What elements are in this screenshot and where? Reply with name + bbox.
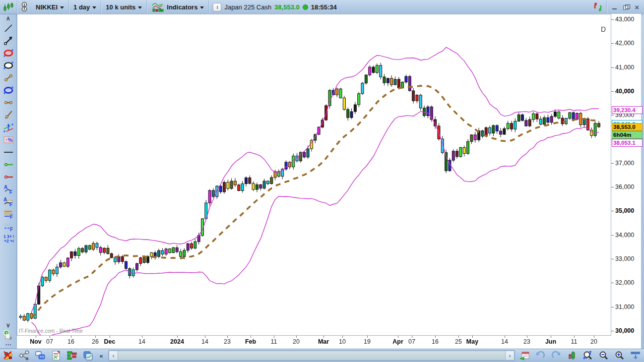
date-tick-label: 23	[224, 338, 231, 345]
date-tick-label: Jun	[545, 338, 556, 345]
forecast-blue-icon[interactable]: AF	[1, 183, 16, 195]
zoom-range-icon[interactable]	[581, 350, 594, 362]
bottom-toolbar: «‹›	[0, 349, 644, 362]
minimize-button[interactable]	[612, 4, 618, 10]
date-tickmark	[458, 336, 459, 338]
time-axis[interactable]: Nov071626Dec1420241423Feb1120Mar1019Apr0…	[17, 336, 611, 349]
price-tick-label: 33,000	[615, 255, 634, 262]
svg-text:F: F	[9, 202, 12, 207]
delete-drawings-icon[interactable]	[2, 350, 15, 362]
date-tick-label: 19	[364, 338, 371, 345]
refresh-icon[interactable]	[589, 0, 606, 14]
dashed-forecast-icon[interactable]: F	[1, 220, 16, 233]
ellipse-black-icon[interactable]	[1, 59, 16, 71]
timeframe-dropdown[interactable]: 1 day	[69, 0, 101, 14]
date-tickmark	[142, 336, 142, 338]
news-icon[interactable]	[50, 350, 63, 362]
price-tick-label: 35,000	[615, 207, 634, 214]
chevron-down-icon	[138, 6, 142, 9]
svg-text:+2 +4 b: +2 +4 b	[4, 239, 14, 243]
collapse-toolbar-button[interactable]: «	[97, 350, 105, 362]
lines-forecast-icon[interactable]: F	[1, 208, 16, 220]
date-tickmark	[551, 336, 551, 338]
trend-line-icon[interactable]	[1, 22, 16, 34]
date-tickmark	[251, 336, 251, 338]
undo-icon[interactable]	[534, 350, 547, 362]
horizontal-scrollbar[interactable]: ‹›	[108, 350, 515, 361]
svg-text:F: F	[9, 189, 12, 195]
link-windows-icon[interactable]	[17, 0, 31, 14]
columns-collapse-icon[interactable]	[629, 350, 642, 362]
redo-icon[interactable]	[550, 350, 563, 362]
price-tick-label: 40,000	[615, 88, 634, 95]
date-tickmark	[505, 336, 505, 338]
fibonacci-channel-icon[interactable]	[1, 121, 16, 133]
order-book-icon[interactable]	[65, 350, 78, 362]
candle-settings-icon[interactable]	[566, 350, 579, 362]
active-tool-icon[interactable]: 1	[1, 329, 16, 341]
units-dropdown[interactable]: 10 k units	[101, 0, 146, 14]
trading-app-window: { "topbar": { "symbol": "NIKKEI", "timef…	[0, 0, 644, 362]
horizontal-line-green-icon[interactable]	[1, 158, 16, 171]
price-axis[interactable]: 43,00042,00041,00040,00039,00038,00037,0…	[611, 14, 641, 349]
price-tick-label: 37,000	[615, 160, 634, 167]
timeframe-label: 1 day	[73, 3, 90, 11]
ellipse-red-icon[interactable]	[1, 47, 16, 59]
zoom-in-icon[interactable]	[613, 350, 626, 362]
date-tickmark	[71, 336, 71, 338]
ray-icon[interactable]	[1, 109, 16, 121]
percent-change-icon[interactable]: ↑%	[1, 133, 16, 146]
horizontal-segment-icon[interactable]	[1, 96, 16, 109]
multi-chart-icon[interactable]	[81, 350, 94, 362]
date-tick-label: 14	[201, 338, 208, 345]
date-tickmark	[472, 336, 473, 338]
indicators-icon	[151, 1, 164, 12]
toolbar-scroll-down[interactable]: ∨	[1, 322, 16, 329]
restore-button[interactable]	[623, 4, 630, 10]
chart-plot-area: D IT-Finance.com - Real Time	[17, 14, 611, 336]
upper-band-tag: 39,230.4	[612, 106, 643, 114]
date-tick-label: 20	[293, 338, 300, 345]
indicators-dropdown[interactable]: Indicators	[147, 0, 208, 14]
symbol-dropdown[interactable]: NIKKEI	[31, 0, 68, 14]
date-tick-label: 14	[501, 338, 508, 345]
chart-type-icon[interactable]	[0, 0, 17, 14]
comments-icon[interactable]	[34, 350, 47, 362]
price-tick-label: 36,000	[615, 183, 634, 190]
ellipse-blue-icon[interactable]	[1, 84, 16, 96]
lower-band-tag: 38,053.1	[612, 139, 643, 147]
toolbar-scroll-up[interactable]: ∧	[1, 15, 16, 22]
date-tick-label: 16	[432, 338, 439, 345]
symbol-label: NIKKEI	[36, 3, 58, 11]
date-tick-label: 20	[590, 338, 597, 345]
share-icon[interactable]	[18, 350, 31, 362]
calendar-step-icon[interactable]	[518, 350, 531, 362]
date-tick-label: 11	[571, 338, 578, 345]
zoom-out-icon[interactable]	[597, 350, 610, 362]
svg-text:1: 1	[5, 330, 8, 335]
date-tick-label: Nov	[30, 338, 42, 345]
scrollbar-thumb[interactable]	[118, 351, 506, 361]
date-tick-label: May	[466, 338, 478, 345]
date-tick-label: 14	[138, 338, 145, 345]
date-tick-label: 11	[271, 338, 277, 345]
price-tick-label: 42,000	[615, 40, 634, 47]
close-button[interactable]: ×	[635, 4, 639, 10]
price-chart[interactable]	[17, 14, 611, 335]
drawing-toolbar: ∧↑%AFAFFF1 3+ 5++2 +4 b∨1⋯	[0, 14, 17, 348]
date-tickmark	[274, 336, 274, 338]
trend-arrow-icon[interactable]	[1, 34, 16, 47]
more-tools-button[interactable]: ⋯	[1, 341, 16, 348]
scroll-right-arrow[interactable]: ›	[505, 351, 515, 361]
forecast-colored-icon[interactable]: AF	[1, 195, 16, 208]
horizontal-line-icon[interactable]	[1, 146, 16, 158]
date-tickmark	[342, 336, 343, 338]
countdown-tag: 6h04m	[612, 131, 643, 139]
elliott-wave-icon[interactable]: 1 3+ 5++2 +4 b	[1, 233, 16, 245]
svg-text:A: A	[3, 197, 7, 202]
top-toolbar: NIKKEI 1 day 10 k units Indicators i Jap…	[0, 0, 644, 14]
info-icon[interactable]: i	[213, 3, 221, 11]
scroll-left-arrow[interactable]: ‹	[109, 351, 118, 361]
segment-icon[interactable]	[1, 71, 16, 84]
horizontal-line-red-icon[interactable]	[1, 171, 16, 183]
